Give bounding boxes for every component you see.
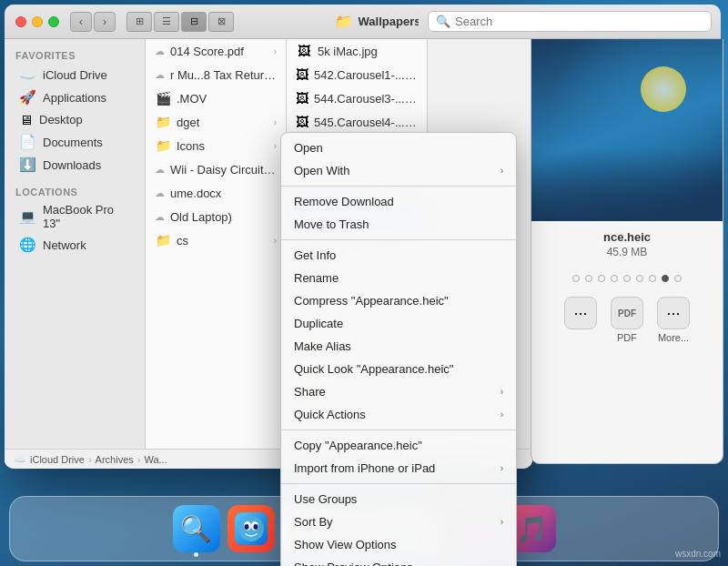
menu-remove-download[interactable]: Remove Download — [281, 190, 516, 213]
downloads-label: Downloads — [43, 158, 101, 172]
breadcrumb-archives[interactable]: Archives — [96, 454, 134, 465]
search-input-wrapper: 🔍 — [428, 11, 712, 32]
traffic-lights — [15, 16, 59, 27]
preview-filename: nce.heic — [541, 230, 713, 244]
menu-quick-look[interactable]: Quick Look "Appearance.heic" — [281, 358, 516, 380]
menu-show-view-options[interactable]: Show View Options — [281, 533, 516, 556]
icloud-icon: ☁️ — [19, 66, 36, 83]
sidebar-item-desktop[interactable]: 🖥 Desktop — [8, 109, 141, 130]
close-button[interactable] — [15, 16, 26, 27]
preview-sun — [641, 66, 686, 112]
svg-point-6 — [253, 524, 258, 530]
column-view-button[interactable]: ⊟ — [181, 12, 207, 32]
svg-point-2 — [238, 516, 264, 541]
preview-share-button[interactable]: ··· — [564, 297, 597, 343]
menu-sort-by[interactable]: Sort By › — [281, 510, 516, 533]
sidebar-item-network[interactable]: 🌐 Network — [8, 234, 141, 256]
menu-open[interactable]: Open — [281, 136, 516, 159]
file-item[interactable]: ☁ ume.docx — [146, 181, 286, 205]
file-item[interactable]: ☁ Wii - Daisy Circuit.pdf — [146, 157, 286, 181]
menu-separator — [281, 239, 516, 240]
file-item[interactable]: ☁ 014 Score.pdf › — [146, 39, 286, 63]
minimize-button[interactable] — [32, 16, 43, 27]
applications-label: Applications — [43, 91, 106, 105]
preview-panel: nce.heic 45.9 MB ··· PDF PDF ··· More... — [531, 39, 723, 464]
view-controls: ⊞ ☰ ⊟ ⊠ — [126, 12, 234, 32]
svg-point-5 — [244, 524, 248, 530]
preview-info: nce.heic 45.9 MB — [531, 221, 723, 268]
macbook-label: MacBook Pro 13" — [43, 203, 130, 230]
finder-dock-item[interactable]: 🔍 — [173, 505, 220, 552]
menu-use-groups[interactable]: Use Groups — [281, 488, 516, 510]
menu-quick-actions[interactable]: Quick Actions › — [281, 403, 516, 426]
preview-filesize: 45.9 MB — [541, 246, 713, 258]
menu-compress[interactable]: Compress "Appearance.heic" — [281, 289, 516, 312]
documents-icon: 📄 — [19, 134, 36, 150]
network-label: Network — [43, 238, 86, 252]
network-icon: 🌐 — [19, 237, 36, 253]
finder2-dock-item[interactable] — [228, 505, 275, 552]
maximize-button[interactable] — [48, 16, 59, 27]
itunes-icon: 🎵 — [516, 514, 548, 544]
preview-image — [531, 39, 723, 221]
file-item[interactable]: 📁 Icons › — [146, 134, 286, 157]
file-item[interactable]: 🖼 545.Carousel4-...6h@2x~ipad.jpg — [287, 110, 427, 134]
file-item[interactable]: 🖼 542.Carousel1-...6h@2x~ipad.jpg — [287, 63, 427, 86]
file-item[interactable]: 🖼 5k iMac.jpg — [287, 39, 427, 63]
gallery-view-button[interactable]: ⊠ — [208, 12, 234, 32]
sidebar-item-icloud[interactable]: ☁️ iCloud Drive — [8, 64, 141, 86]
menu-separator — [281, 430, 516, 430]
forward-button[interactable]: › — [94, 12, 116, 32]
locations-section-label: Locations — [5, 183, 145, 199]
menu-separator — [281, 186, 516, 187]
finder-icon: 🔍 — [180, 514, 212, 544]
menu-import-iphone[interactable]: Import from iPhone or iPad › — [281, 457, 516, 480]
preview-pdf-button[interactable]: PDF PDF — [611, 297, 643, 343]
file-item[interactable]: 📁 cs › — [146, 228, 286, 252]
macbook-icon: 💻 — [19, 208, 36, 225]
list-view-button[interactable]: ☰ — [154, 12, 179, 32]
menu-duplicate[interactable]: Duplicate — [281, 312, 516, 335]
file-item[interactable]: ☁ Old Laptop) — [146, 205, 286, 228]
watermark: wsxdn.com — [675, 549, 721, 559]
documents-label: Documents — [43, 136, 103, 149]
menu-make-alias[interactable]: Make Alias — [281, 335, 516, 358]
search-icon: 🔍 — [436, 15, 450, 28]
preview-more-button[interactable]: ··· More... — [657, 297, 690, 343]
sidebar-item-applications[interactable]: 🚀 Applications — [8, 86, 141, 108]
menu-copy[interactable]: Copy "Appearance.heic" — [281, 434, 516, 457]
file-item[interactable]: 🎬 .MOV — [146, 86, 286, 110]
window-title: Wallpapers — [359, 15, 421, 28]
menu-share[interactable]: Share › — [281, 380, 516, 403]
file-item[interactable]: 📁 dget › — [146, 110, 286, 134]
menu-show-preview-options[interactable]: Show Preview Options — [281, 556, 516, 566]
sidebar: Favorites ☁️ iCloud Drive 🚀 Applications… — [5, 39, 146, 449]
menu-open-with[interactable]: Open With › — [281, 159, 516, 182]
breadcrumb-icloud[interactable]: iCloud Drive — [30, 454, 85, 465]
applications-icon: 🚀 — [19, 89, 36, 106]
sidebar-item-downloads[interactable]: ⬇️ Downloads — [8, 154, 141, 176]
favorites-section-label: Favorites — [5, 46, 145, 63]
back-button[interactable]: ‹ — [70, 12, 92, 32]
preview-actions: ··· PDF PDF ··· More... — [564, 297, 690, 343]
nav-buttons: ‹ › — [70, 12, 116, 32]
finder-face-icon — [235, 512, 268, 545]
menu-get-info[interactable]: Get Info — [281, 244, 516, 267]
file-item[interactable]: 🖼 544.Carousel3-...6h@2x~ipad.jpg — [287, 86, 427, 110]
downloads-icon: ⬇️ — [19, 157, 36, 173]
icon-view-button[interactable]: ⊞ — [126, 12, 152, 32]
breadcrumb-icon: ☁️ — [14, 453, 26, 465]
menu-rename[interactable]: Rename — [281, 267, 516, 289]
window-folder-icon: 📁 — [335, 13, 353, 30]
menu-move-to-trash[interactable]: Move to Trash — [281, 213, 516, 236]
file-item[interactable]: ☁ r Mu...8 Tax Return.T18 — [146, 63, 286, 86]
sidebar-item-macbook[interactable]: 💻 MacBook Pro 13" — [8, 200, 141, 233]
icloud-label: iCloud Drive — [43, 68, 107, 82]
breadcrumb-wa[interactable]: Wa... — [144, 454, 167, 465]
sidebar-item-documents[interactable]: 📄 Documents — [8, 131, 141, 153]
icloud-file-list: ☁ 014 Score.pdf › ☁ r Mu...8 Tax Return.… — [146, 39, 287, 449]
desktop-label: Desktop — [39, 113, 83, 126]
search-bar: 🔍 — [419, 5, 721, 39]
search-input[interactable] — [455, 15, 703, 28]
context-menu: Open Open With › Remove Download Move to… — [280, 132, 517, 566]
